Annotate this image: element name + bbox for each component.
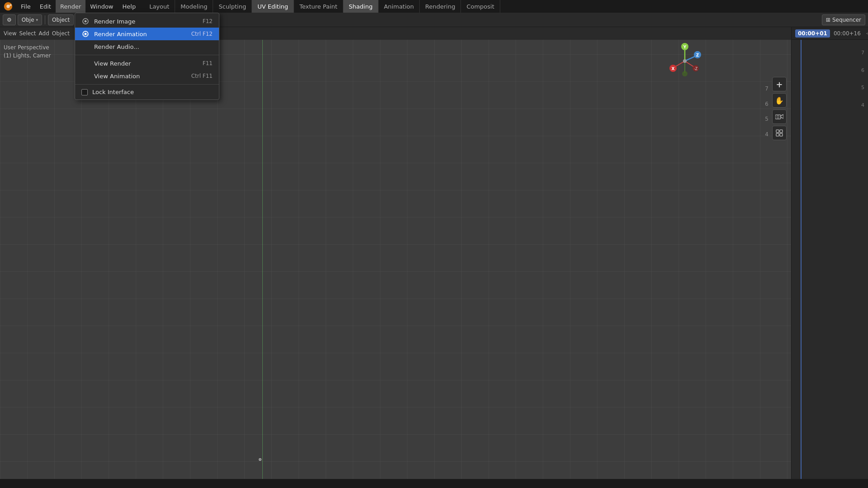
- timeline-body: 7 6 5 4: [792, 40, 868, 488]
- arrows-icon[interactable]: ◁▷: [866, 30, 868, 36]
- view-animation-label: View Animation: [94, 73, 187, 80]
- svg-rect-23: [776, 133, 779, 136]
- view-animation-shortcut: Ctrl F11: [191, 73, 213, 79]
- view-render-label: View Render: [94, 60, 198, 67]
- viewport-numbers: 7 6 5 4: [765, 81, 768, 142]
- sequencer-icon: ⊞: [826, 17, 830, 23]
- pan-btn[interactable]: ✋: [772, 93, 787, 108]
- mode-selector[interactable]: Obje ▾: [18, 14, 42, 25]
- workspace-tabs: Layout Modeling Sculpting UV Editing Tex…: [144, 0, 500, 13]
- center-line-vertical: [262, 40, 263, 479]
- workspace-texture-paint[interactable]: Texture Paint: [294, 0, 343, 13]
- render-audio-label: Render Audio...: [94, 43, 208, 50]
- svg-point-20: [777, 116, 779, 118]
- svg-point-28: [85, 33, 87, 35]
- menu-separator-1: [75, 55, 219, 55]
- svg-text:Z: Z: [696, 53, 699, 57]
- camera-icon: [775, 114, 783, 120]
- lock-interface-label: Lock Interface: [92, 89, 213, 95]
- workspace-uv-editing[interactable]: UV Editing: [252, 0, 294, 13]
- sequencer-btn[interactable]: ⊞ Sequencer: [822, 14, 865, 25]
- render-audio-icon: [81, 43, 90, 51]
- grid-icon: [776, 129, 783, 137]
- transform-label: Object: [52, 17, 70, 23]
- workspace-sculpting[interactable]: Sculpting: [213, 0, 252, 13]
- num-6: 6: [765, 97, 768, 112]
- svg-point-2: [9, 4, 12, 6]
- view-animation-icon: [81, 72, 90, 80]
- workspace-animation[interactable]: Animation: [379, 0, 420, 13]
- num-5: 5: [765, 112, 768, 127]
- render-image-icon: [81, 17, 90, 25]
- zoom-in-btn[interactable]: +: [772, 77, 787, 91]
- svg-rect-24: [780, 133, 783, 136]
- viewport-menu-label: View: [4, 30, 16, 37]
- svg-rect-22: [780, 130, 783, 133]
- menu-item-lock-interface[interactable]: Lock Interface: [75, 86, 219, 98]
- sequencer-label: Sequencer: [832, 17, 861, 23]
- lock-interface-checkbox[interactable]: [81, 89, 88, 95]
- camera-btn[interactable]: [772, 109, 787, 124]
- viewport-object-label: Object: [52, 30, 70, 37]
- render-dropdown-menu: Render Image F12 Render Animation Ctrl F…: [75, 13, 219, 100]
- workspace-layout[interactable]: Layout: [144, 0, 175, 13]
- tl-num-5: 5: [861, 79, 864, 97]
- svg-text:Y: Y: [683, 45, 687, 49]
- svg-rect-18: [775, 115, 781, 119]
- svg-text:X: X: [672, 66, 675, 71]
- grid-view-btn[interactable]: [772, 126, 787, 140]
- render-animation-label: Render Animation: [94, 31, 187, 38]
- menu-item-view-animation[interactable]: View Animation Ctrl F11: [75, 70, 219, 82]
- status-bar: [0, 479, 868, 488]
- svg-point-17: [683, 59, 687, 63]
- hand-icon: ✋: [775, 96, 784, 105]
- chevron-down-icon: ▾: [36, 18, 38, 22]
- workspace-shading[interactable]: Shading: [343, 0, 379, 13]
- svg-point-16: [682, 71, 688, 76]
- menu-file[interactable]: File: [16, 0, 35, 13]
- right-panel: 00:00+01 00:00+16 ◁▷ 7 6 5 4: [791, 27, 868, 479]
- menu-window[interactable]: Window: [85, 0, 118, 13]
- current-time-display: 00:00+01: [795, 29, 830, 38]
- menu-item-view-render[interactable]: View Render F11: [75, 57, 219, 70]
- view-render-shortcut: F11: [203, 60, 213, 66]
- render-animation-icon: [81, 30, 90, 38]
- editor-type-btn[interactable]: ⚙: [3, 14, 16, 25]
- menu-item-render-audio[interactable]: Render Audio...: [75, 40, 219, 53]
- toolbar-divider-1: [45, 15, 45, 24]
- svg-rect-21: [776, 130, 779, 133]
- view-render-icon: [81, 59, 90, 67]
- menu-render[interactable]: Render: [56, 0, 85, 13]
- transform-space-btn[interactable]: Object: [48, 14, 74, 25]
- viewport-add-label: Add: [39, 30, 49, 37]
- workspace-modeling[interactable]: Modeling: [175, 0, 213, 13]
- top-menu-bar: File Edit Render Window Help Layout Mode…: [0, 0, 868, 13]
- scene-label: (1) Lights, Camer: [4, 52, 51, 60]
- gizmo-container: Y -Z X Z: [667, 43, 703, 79]
- end-time-display: 00:00+16: [834, 30, 861, 37]
- file-menus: File Edit Render Window Help: [16, 0, 140, 13]
- num-4: 4: [765, 127, 768, 142]
- tl-num-4: 4: [861, 97, 864, 114]
- workspace-composit[interactable]: Composit: [461, 0, 500, 13]
- render-animation-shortcut: Ctrl F12: [191, 31, 213, 37]
- menu-item-render-animation[interactable]: Render Animation Ctrl F12: [75, 28, 219, 40]
- tl-num-6: 6: [861, 62, 864, 80]
- playhead: [801, 40, 802, 488]
- menu-help[interactable]: Help: [118, 0, 141, 13]
- workspace-rendering[interactable]: Rendering: [420, 0, 461, 13]
- menu-edit[interactable]: Edit: [35, 0, 56, 13]
- blender-logo: [0, 0, 16, 13]
- origin-marker: [259, 458, 261, 461]
- svg-text:-Z: -Z: [694, 67, 698, 71]
- viewport-controls: + ✋: [772, 77, 787, 140]
- svg-marker-19: [781, 114, 783, 118]
- render-image-label: Render Image: [94, 18, 198, 25]
- zoom-in-icon: +: [776, 80, 783, 89]
- svg-point-26: [85, 20, 87, 23]
- right-panel-header: 00:00+01 00:00+16 ◁▷: [792, 27, 868, 40]
- viewport-info: User Perspective (1) Lights, Camer: [4, 43, 51, 60]
- render-image-shortcut: F12: [203, 18, 213, 24]
- grid-icon: ⚙: [7, 17, 12, 23]
- menu-item-render-image[interactable]: Render Image F12: [75, 15, 219, 28]
